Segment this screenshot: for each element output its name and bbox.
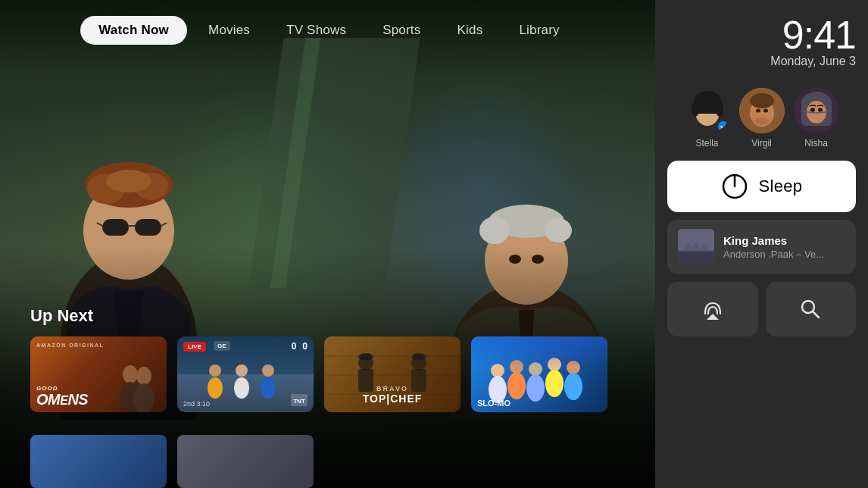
profile-virgil[interactable]: Virgil [739, 88, 785, 149]
music-title: King James [723, 234, 845, 247]
svg-point-26 [236, 364, 248, 377]
music-card[interactable]: King James Anderson .Paak – Ve... [667, 220, 856, 274]
virgil-name: Virgil [751, 138, 771, 149]
card-good-omens[interactable]: AMAZON ORIGINAL GOOD OMENS [30, 336, 167, 412]
svg-point-17 [545, 218, 572, 242]
main-content: Watch Now Movies TV Shows Sports Kids Li… [0, 0, 655, 488]
album-art-svg [678, 229, 714, 265]
nav-sports[interactable]: Sports [367, 17, 436, 44]
svg-point-62 [754, 117, 770, 125]
amazon-badge: AMAZON ORIGINAL [36, 343, 104, 348]
time-display: 9:41 Monday, June 3 [667, 15, 856, 68]
network-logo: TNT [291, 394, 308, 409]
up-next-cards: AMAZON ORIGINAL GOOD OMENS [30, 336, 607, 412]
svg-point-25 [208, 377, 223, 399]
avatar-virgil [739, 88, 785, 133]
good-omens-title: OMENS [36, 393, 88, 406]
svg-rect-8 [135, 219, 161, 236]
svg-rect-77 [678, 229, 714, 252]
svg-point-57 [701, 109, 706, 113]
nisha-name: Nisha [804, 138, 828, 149]
svg-rect-39 [414, 354, 424, 360]
hockey-players [192, 359, 298, 405]
avatar-nisha [794, 88, 839, 133]
avatar-stella [685, 88, 730, 133]
good-omens-silhouette [114, 359, 159, 412]
svg-point-20 [123, 365, 138, 383]
album-art [678, 229, 714, 265]
search-button[interactable] [766, 282, 857, 336]
good-omens-text: GOOD OMENS [36, 386, 88, 406]
score-left: 0 [292, 341, 297, 352]
sleep-label: Sleep [759, 177, 803, 196]
svg-point-16 [479, 217, 510, 244]
music-info: King James Anderson .Paak – Ve... [723, 234, 845, 260]
svg-point-61 [750, 93, 774, 108]
topchef-bravo: BRAVO [363, 385, 423, 393]
svg-point-28 [262, 364, 274, 377]
topchef-logo-container: BRAVO TOP|CHEF [363, 385, 423, 405]
nav-tv-shows[interactable]: TV Shows [271, 17, 361, 44]
svg-point-47 [545, 370, 564, 397]
card-slomo[interactable]: SLO-MO [471, 336, 607, 412]
nav-bar: Watch Now Movies TV Shows Sports Kids Li… [0, 0, 655, 61]
stella-checkmark [717, 120, 730, 133]
profile-nisha[interactable]: Nisha [794, 88, 839, 149]
svg-point-49 [564, 373, 582, 400]
svg-point-70 [818, 108, 823, 112]
bottom-cards-row [30, 435, 314, 488]
svg-rect-56 [695, 99, 720, 108]
sleep-icon [721, 173, 748, 200]
nav-watch-now[interactable]: Watch Now [80, 16, 187, 45]
right-panel: 9:41 Monday, June 3 [655, 0, 868, 488]
hockey-score: 0 0 [292, 341, 308, 352]
profile-stella[interactable]: Stella [685, 88, 730, 149]
user-profiles: Stella [685, 88, 839, 149]
svg-point-58 [709, 109, 713, 113]
up-next-label: Up Next [30, 306, 607, 326]
svg-rect-35 [361, 354, 371, 360]
stella-name: Stella [695, 138, 718, 149]
music-artist: Anderson .Paak – Ve... [723, 249, 845, 260]
svg-text:TNT: TNT [293, 398, 305, 405]
svg-rect-7 [102, 219, 129, 236]
network-badge: GE [214, 341, 230, 351]
svg-point-24 [209, 364, 221, 377]
date-text: Monday, June 3 [667, 55, 856, 68]
bottom-card-2[interactable] [177, 435, 314, 488]
svg-rect-73 [678, 250, 714, 265]
nisha-face-svg [794, 88, 839, 133]
svg-point-69 [810, 108, 815, 112]
slomo-label: SLO-MO [477, 399, 510, 408]
search-icon [798, 297, 823, 321]
virgil-face-svg [739, 88, 785, 133]
svg-point-6 [106, 170, 151, 192]
svg-point-27 [234, 377, 249, 399]
svg-point-63 [756, 109, 760, 113]
svg-point-43 [507, 372, 526, 399]
up-next-section: Up Next AMAZON ORIGINAL GOOD OMENS [30, 306, 607, 412]
svg-point-29 [261, 377, 276, 399]
period-display: 2nd 3:10 [183, 400, 210, 408]
topchef-title: TOP|CHEF [363, 393, 423, 405]
card-top-chef[interactable]: BRAVO TOP|CHEF [324, 336, 461, 412]
action-buttons [667, 282, 856, 336]
nav-library[interactable]: Library [504, 17, 574, 44]
time-text: 9:41 [667, 15, 856, 55]
nav-kids[interactable]: Kids [442, 17, 498, 44]
card-hockey[interactable]: LIVE GE 0 0 2nd 3:10 TNT [177, 336, 314, 412]
live-badge: LIVE [183, 342, 206, 352]
airplay-button[interactable] [667, 282, 758, 336]
svg-point-22 [136, 367, 151, 385]
sleep-button[interactable]: Sleep [667, 161, 856, 212]
nav-movies[interactable]: Movies [193, 17, 265, 44]
bottom-card-1[interactable] [30, 435, 167, 488]
svg-line-79 [813, 311, 819, 318]
svg-point-64 [763, 109, 768, 113]
svg-point-45 [526, 374, 545, 402]
airplay-icon [701, 297, 725, 321]
